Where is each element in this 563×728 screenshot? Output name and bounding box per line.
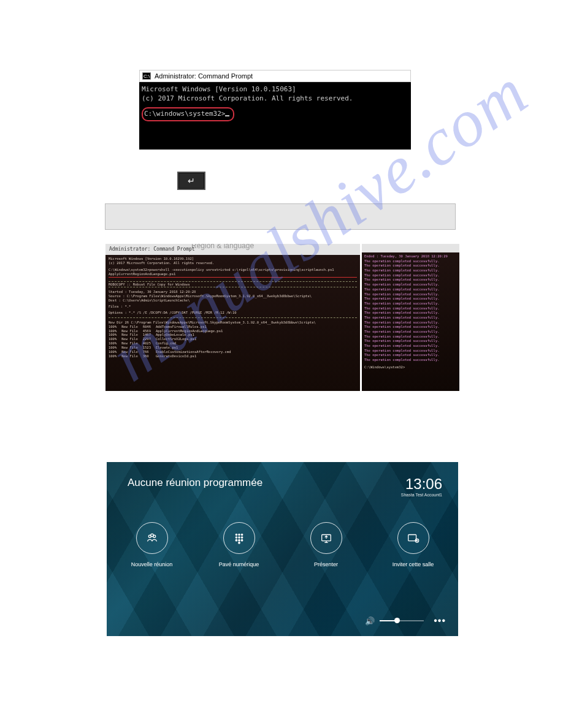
cmd-photo-left: Administrator: Command Prompt Microsoft … [105, 244, 360, 391]
table-cell: 1467 [143, 333, 156, 337]
svg-point-9 [236, 539, 237, 540]
robocopy-table: 100%New File6046AddTeamsFirewallRules.ps… [109, 325, 236, 358]
success-line: The operation completed successfully. [364, 301, 457, 306]
table-cell: Config.cmd [156, 341, 236, 346]
cmd-title-bar: C:\ Administrator: Command Prompt [139, 70, 411, 82]
table-cell: New File [121, 350, 143, 354]
table-cell: New File [121, 337, 143, 341]
success-line: The operation completed successfully. [364, 358, 457, 363]
table-cell: 100% [109, 350, 121, 354]
dialpad-button[interactable]: Pavé numérique [212, 522, 267, 567]
cmd-line-1: Microsoft Windows [Version 10.0.15063] [142, 85, 407, 94]
table-cell: Elevate.ps1 [156, 346, 236, 350]
table-row: 100%New File766EnableCustomizationsAfter… [109, 350, 236, 354]
success-line: The operation completed successfully. [364, 306, 457, 311]
cmd-line-2: (c) 2017 Microsoft Corporation. All righ… [142, 94, 407, 104]
enter-key-button[interactable]: ↵ [177, 172, 205, 190]
highlighted-prompt: C:\windows\system32> [142, 107, 234, 121]
success-line: The operation completed successfully. [364, 330, 457, 335]
button-label: Présenter [314, 561, 338, 567]
svg-point-6 [236, 537, 237, 538]
table-cell: 6046 [143, 325, 156, 329]
success-line: The operation completed successfully. [364, 287, 457, 292]
robocopy-started: Started : Tuesday, 30 January 2018 12:20… [109, 290, 357, 294]
cmd-title-text: Administrator: Command Prompt [155, 72, 253, 80]
table-cell: 4025 [143, 341, 156, 346]
button-label: Nouvelle réunion [131, 561, 173, 567]
table-cell: GenerateDeviceId.ps1 [156, 354, 236, 358]
panel-clock: 13:06 Shasta Test Account1 [401, 476, 442, 497]
success-line: The operation completed successfully. [364, 320, 457, 325]
present-button[interactable]: Présenter [299, 522, 354, 567]
powershell-command: C:\Windows\system32>powershell -executio… [109, 268, 357, 278]
table-row: 100%New File360GenerateDeviceId.ps1 [109, 354, 236, 358]
dialpad-icon [223, 522, 255, 554]
more-icon[interactable]: ••• [434, 615, 446, 626]
table-cell: New File [121, 333, 143, 337]
table-cell: 360 [143, 354, 156, 358]
speaker-icon: 🔊 [365, 616, 375, 626]
success-line: The operation completed successfully. [364, 349, 457, 354]
table-cell: New File [121, 325, 143, 329]
cmd-icon: C:\ [142, 72, 151, 80]
svg-point-11 [241, 539, 242, 540]
screenshot-pair: Administrator: Command Prompt Microsoft … [105, 244, 459, 391]
button-label: Inviter cette salle [393, 561, 434, 567]
cmd-body[interactable]: Microsoft Windows [Version 10.0.15063] (… [139, 82, 411, 150]
volume-track[interactable] [380, 620, 424, 621]
new-meeting-button[interactable]: Nouvelle réunion [124, 522, 180, 567]
svg-point-10 [238, 539, 239, 540]
table-cell: New File [121, 354, 143, 358]
teams-room-panel: Aucune réunion programmée 13:06 Shasta T… [107, 462, 458, 636]
table-cell: 100% [109, 341, 121, 346]
volume-thumb[interactable] [394, 618, 400, 623]
table-cell: ApplyCurrentRegionAndLanguage.ps1 [156, 329, 236, 333]
success-line: The operation completed successfully. [364, 292, 457, 297]
success-line: The operation completed successfully. [364, 264, 457, 268]
success-line: The operation completed successfully. [364, 353, 457, 358]
table-cell: 766 [143, 350, 156, 354]
robocopy-files: Files : *.* [109, 305, 357, 309]
robocopy-options: Options : *.* /S /E /DCOPY:DA /COPY:DAT … [109, 311, 357, 315]
success-line: The operation completed successfully. [364, 268, 457, 273]
cmd-photo-right: Ended : Tuesday, 30 January 2018 12:20:2… [362, 244, 459, 391]
clock-time: 13:06 [401, 476, 442, 493]
table-cell: 100% [109, 337, 121, 341]
table-row: 100%New File4569ApplyCurrentRegionAndLan… [109, 329, 236, 333]
volume-control[interactable]: 🔊 ••• [365, 615, 446, 626]
invite-button[interactable]: Inviter cette salle [386, 522, 441, 567]
cmd-photo-left-title: Administrator: Command Prompt [109, 246, 195, 252]
svg-point-12 [238, 542, 239, 544]
success-line: The operation completed successfully. [364, 282, 457, 287]
table-cell: CollectSrsV2Logs.ps1 [156, 337, 236, 341]
panel-heading: Aucune réunion programmée [128, 477, 262, 489]
ended-line: Ended : Tuesday, 30 January 2018 12:20:2… [364, 254, 457, 259]
panel-buttons: Nouvelle réunionPavé numériquePrésenterI… [107, 522, 458, 567]
robocopy-dest: Dest : C:\Users\Admin\ScriptLaunchCache\ [109, 298, 357, 303]
svg-point-7 [238, 537, 239, 538]
pl-line1: Microsoft Windows [Version 10.0.16299.19… [109, 257, 357, 261]
table-cell: 100% [109, 333, 121, 337]
table-cell: 2297 [143, 337, 156, 341]
table-cell: AddTeamsFirewallRules.ps1 [156, 325, 236, 329]
success-line: The operation completed successfully. [364, 297, 457, 301]
present-icon [310, 522, 342, 554]
cursor-icon [225, 115, 229, 116]
cmd-prompt-text: C:\windows\system32> [144, 110, 225, 118]
table-cell: 100% [109, 329, 121, 333]
table-row: 100%New File1467ApplyOobeLocale.ps1 [109, 333, 236, 337]
svg-point-4 [238, 534, 239, 535]
success-line: The operation completed successfully. [364, 325, 457, 330]
robocopy-newdir: New Dir 26 C:\Program Files\WindowsApps\… [109, 320, 357, 325]
svg-rect-14 [408, 535, 416, 541]
table-row: 100%New File1523Elevate.ps1 [109, 346, 236, 350]
success-line: The operation completed successfully. [364, 278, 457, 282]
table-cell: 100% [109, 346, 121, 350]
robocopy-source: Source : C:\Program Files\WindowsApps\Mi… [109, 294, 357, 298]
invite-icon [397, 522, 429, 554]
table-row: 100%New File6046AddTeamsFirewallRules.ps… [109, 325, 236, 329]
pr-prompt: C:\Windows\system32> [364, 365, 457, 370]
table-cell: New File [121, 346, 143, 350]
table-row: 100%New File2297CollectSrsV2Logs.ps1 [109, 337, 236, 341]
cmd-photo-left-titlebar: Administrator: Command Prompt [105, 244, 360, 255]
